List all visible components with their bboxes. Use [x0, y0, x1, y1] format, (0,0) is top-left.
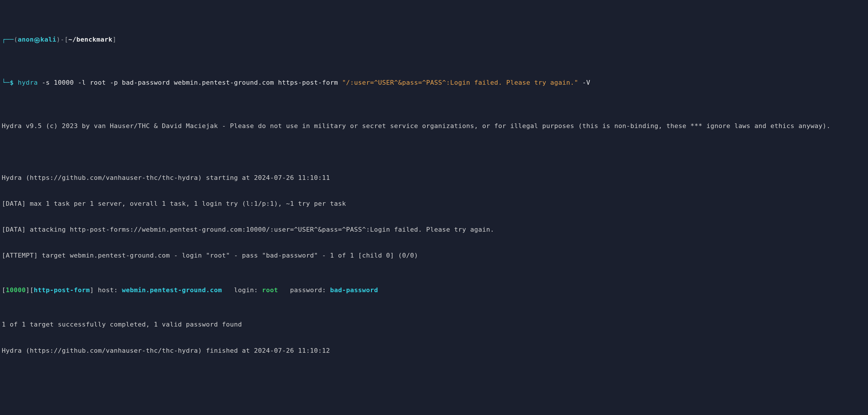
dollar-icon: $	[10, 79, 14, 86]
command-flag[interactable]: -V	[578, 79, 590, 86]
output-finished-1: Hydra (https://github.com/vanhauser-thc/…	[2, 346, 866, 355]
skull-icon: ㉿	[34, 36, 40, 44]
prompt-user: anon	[18, 36, 34, 43]
prompt-cwd: ~/benckmark	[68, 36, 113, 43]
dash-bracket: -[	[60, 36, 68, 43]
result-login-label: login:	[222, 286, 262, 293]
command-args[interactable]: -s 10000 -l root -p bad-password webmin.…	[38, 79, 342, 86]
output-attempt-1: [ATTEMPT] target webmin.pentest-ground.c…	[2, 251, 866, 260]
result-service: http-post-form	[34, 286, 90, 293]
box-draw-icon: └─	[2, 79, 10, 86]
box-draw-icon: ┌──	[2, 36, 14, 43]
result-host: webmin.pentest-ground.com	[122, 286, 222, 293]
output-starting-1: Hydra (https://github.com/vanhauser-thc/…	[2, 173, 866, 182]
paren-close: )	[56, 36, 60, 43]
output-done-1: 1 of 1 target successfully completed, 1 …	[2, 320, 866, 329]
prompt-host: kali	[40, 36, 56, 43]
output-blank-mid	[2, 381, 866, 389]
output-result-1: [10000][http-post-form] host: webmin.pen…	[2, 286, 866, 295]
terminal-emulator[interactable]: ┌──(anon㉿kali)-[~/benckmark] └─$ hydra -…	[0, 0, 868, 415]
output-data-line-1b: [DATA] attacking http-post-forms://webmi…	[2, 225, 866, 234]
bracket-close: ]	[113, 36, 117, 43]
output-banner-1: Hydra v9.5 (c) 2023 by van Hauser/THC & …	[2, 122, 866, 130]
result-port: 10000	[6, 286, 26, 293]
output-data-line-1a: [DATA] max 1 task per 1 server, overall …	[2, 199, 866, 208]
result-login: root	[262, 286, 278, 293]
command-name[interactable]: hydra	[18, 79, 38, 86]
result-password-label: password:	[278, 286, 330, 293]
command-quoted-string[interactable]: "/:user=^USER^&pass=^PASS^:Login failed.…	[342, 79, 578, 86]
output-blank-1	[2, 147, 866, 156]
prompt-line-bottom-1: └─$ hydra -s 10000 -l root -p bad-passwo…	[2, 78, 866, 87]
prompt-line-top-1: ┌──(anon㉿kali)-[~/benckmark]	[2, 35, 866, 44]
result-host-label: host:	[94, 286, 122, 293]
paren-open: (	[14, 36, 18, 43]
result-password: bad-password	[330, 286, 378, 293]
